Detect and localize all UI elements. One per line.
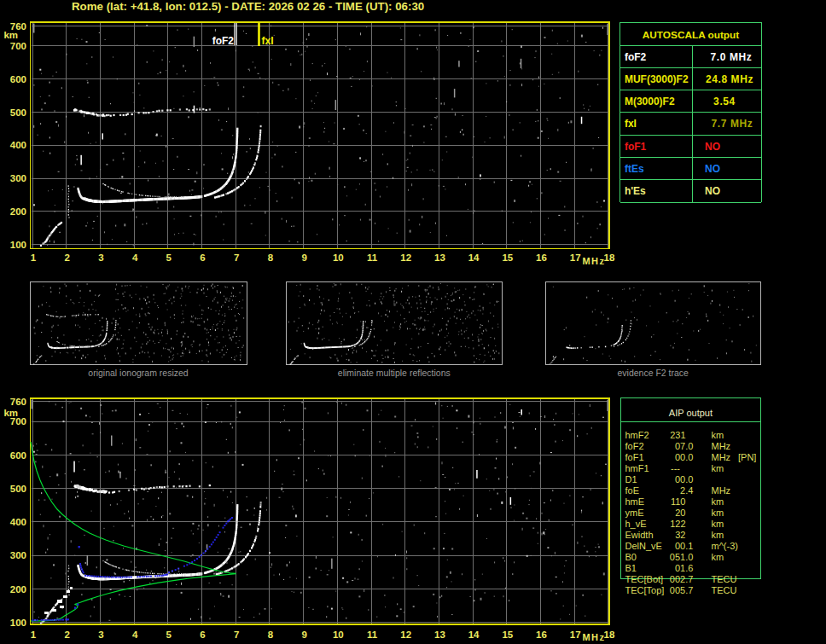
svg-text:foF2: foF2 bbox=[625, 51, 647, 63]
svg-text:7: 7 bbox=[234, 252, 239, 263]
svg-text:NO: NO bbox=[705, 185, 720, 197]
svg-text:13: 13 bbox=[434, 252, 445, 263]
svg-text:foE: foE bbox=[625, 485, 640, 496]
svg-text:5: 5 bbox=[166, 252, 172, 263]
svg-text:km: km bbox=[712, 519, 724, 529]
svg-text:760: 760 bbox=[10, 397, 26, 407]
svg-text:km: km bbox=[3, 408, 18, 418]
svg-text:24.8 MHz: 24.8 MHz bbox=[706, 73, 753, 85]
svg-text:2: 2 bbox=[64, 629, 69, 640]
svg-text:foF1: foF1 bbox=[625, 452, 644, 462]
svg-text:17: 17 bbox=[570, 629, 581, 640]
svg-text:hmF1: hmF1 bbox=[625, 463, 649, 473]
svg-text:B0: B0 bbox=[625, 552, 637, 562]
svg-text:300: 300 bbox=[10, 173, 26, 183]
svg-text:D1: D1 bbox=[625, 474, 637, 484]
svg-text:DelN_vE: DelN_vE bbox=[625, 541, 662, 551]
svg-text:231: 231 bbox=[670, 430, 685, 440]
svg-text:200: 200 bbox=[10, 206, 26, 217]
svg-text:h'Es: h'Es bbox=[625, 185, 646, 197]
svg-text:4: 4 bbox=[132, 252, 138, 263]
svg-text:400: 400 bbox=[10, 517, 26, 527]
svg-text:9: 9 bbox=[301, 252, 306, 263]
svg-text:12: 12 bbox=[400, 629, 411, 640]
svg-text:TEC[Top]: TEC[Top] bbox=[625, 585, 665, 595]
svg-text:1: 1 bbox=[31, 629, 37, 640]
svg-text:300: 300 bbox=[10, 550, 26, 560]
svg-text:600: 600 bbox=[10, 74, 26, 84]
svg-text:100: 100 bbox=[10, 618, 26, 628]
svg-text:m^(-3): m^(-3) bbox=[712, 541, 738, 551]
svg-text:11: 11 bbox=[367, 252, 378, 263]
svg-text:110: 110 bbox=[671, 496, 686, 507]
svg-text:km: km bbox=[712, 530, 724, 540]
svg-text:eliminate multiple reflections: eliminate multiple reflections bbox=[338, 368, 451, 378]
svg-text:7.7 MHz: 7.7 MHz bbox=[712, 118, 753, 130]
svg-text:00.0: 00.0 bbox=[675, 452, 693, 462]
svg-text:01.6: 01.6 bbox=[675, 563, 693, 573]
svg-text:9: 9 bbox=[301, 629, 306, 640]
svg-text:5: 5 bbox=[166, 629, 172, 640]
svg-text:fxI: fxI bbox=[625, 118, 637, 130]
svg-text:hmE: hmE bbox=[625, 496, 645, 507]
svg-text:11: 11 bbox=[367, 629, 378, 640]
svg-text:400: 400 bbox=[10, 140, 26, 150]
svg-text:Ewidth: Ewidth bbox=[625, 530, 654, 540]
svg-text:2: 2 bbox=[64, 252, 69, 263]
svg-text:km: km bbox=[712, 496, 724, 507]
svg-text:MHz: MHz bbox=[712, 485, 731, 496]
svg-text:MHz: MHz bbox=[712, 452, 731, 462]
svg-text:700: 700 bbox=[10, 41, 26, 51]
svg-text:TEC[Bot]: TEC[Bot] bbox=[625, 574, 664, 584]
svg-text:km: km bbox=[3, 30, 18, 40]
svg-text:12: 12 bbox=[400, 252, 411, 263]
svg-text:ymE: ymE bbox=[625, 508, 644, 518]
svg-text:100: 100 bbox=[10, 240, 26, 250]
svg-text:M(3000)F2: M(3000)F2 bbox=[625, 96, 675, 107]
svg-text:MUF(3000)F2: MUF(3000)F2 bbox=[625, 73, 689, 85]
svg-text:10: 10 bbox=[333, 252, 344, 263]
svg-text:hmF2: hmF2 bbox=[625, 430, 649, 440]
svg-text:18: 18 bbox=[604, 252, 615, 263]
svg-text:16: 16 bbox=[536, 252, 547, 263]
svg-text:005.7: 005.7 bbox=[670, 585, 694, 595]
svg-text:km: km bbox=[712, 508, 724, 518]
svg-text:6: 6 bbox=[200, 629, 205, 640]
svg-text:7.0 MHz: 7.0 MHz bbox=[711, 51, 753, 63]
svg-text:15: 15 bbox=[502, 629, 513, 640]
svg-text:700: 700 bbox=[10, 416, 26, 426]
svg-text:foF2: foF2 bbox=[625, 441, 644, 451]
svg-text:ftEs: ftEs bbox=[625, 163, 644, 175]
svg-text:original ionogram resized: original ionogram resized bbox=[88, 368, 188, 378]
svg-text:---: --- bbox=[671, 463, 680, 473]
svg-text:002.7: 002.7 bbox=[670, 574, 694, 584]
svg-text:AIP output: AIP output bbox=[669, 408, 713, 418]
svg-text:2.4: 2.4 bbox=[680, 485, 693, 496]
svg-text:TECU: TECU bbox=[712, 585, 737, 595]
svg-text:TECU: TECU bbox=[712, 574, 737, 584]
svg-text:3: 3 bbox=[98, 629, 103, 640]
svg-text:122: 122 bbox=[670, 519, 685, 529]
svg-text:h_vE: h_vE bbox=[625, 519, 647, 529]
svg-text:8: 8 bbox=[268, 252, 274, 263]
svg-text:3.54: 3.54 bbox=[713, 96, 736, 107]
svg-text:km: km bbox=[712, 430, 724, 440]
svg-text:NO: NO bbox=[705, 163, 720, 175]
svg-text:00.1: 00.1 bbox=[675, 541, 693, 551]
svg-text:MHz: MHz bbox=[712, 441, 731, 451]
svg-text:500: 500 bbox=[10, 484, 26, 494]
svg-text:8: 8 bbox=[268, 629, 274, 640]
svg-text:4: 4 bbox=[132, 629, 138, 640]
svg-text:B1: B1 bbox=[625, 563, 637, 573]
svg-text:1: 1 bbox=[31, 252, 37, 263]
svg-text:500: 500 bbox=[10, 107, 26, 118]
svg-text:16: 16 bbox=[536, 629, 547, 640]
svg-text:foF1: foF1 bbox=[625, 141, 647, 153]
svg-text:20: 20 bbox=[675, 508, 685, 518]
svg-text:fxI: fxI bbox=[262, 35, 274, 47]
svg-text:NO: NO bbox=[705, 141, 720, 153]
svg-text:15: 15 bbox=[502, 252, 513, 263]
svg-text:00.0: 00.0 bbox=[675, 474, 693, 484]
svg-text:km: km bbox=[712, 552, 724, 562]
svg-text:[PN]: [PN] bbox=[738, 452, 756, 462]
